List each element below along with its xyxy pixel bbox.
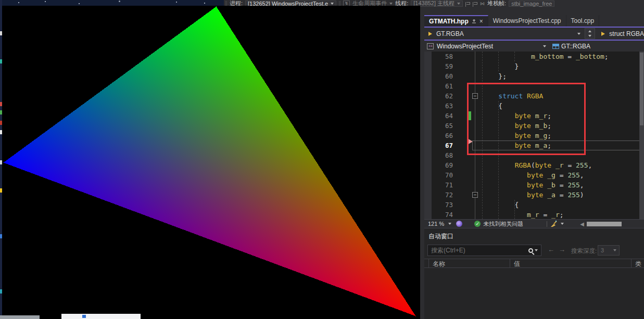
line-number: 69 (424, 160, 460, 170)
cpp-project-icon: ++ (427, 43, 434, 49)
search-depth-dropdown[interactable]: 3 (598, 245, 620, 256)
line-number: 60 (424, 71, 460, 81)
health-check-icon: ✓ (474, 221, 481, 227)
code-editor[interactable]: 58 m_bottom = _bottom;59 }60 };6162 stru… (424, 52, 644, 219)
editor-vertical-scrollbar[interactable] (639, 52, 644, 219)
threads-view-icon[interactable]: ⋈ (480, 1, 485, 6)
line-number: 64 (424, 111, 460, 121)
navigation-bar: GT.RGBA struct RGBA (424, 28, 644, 40)
code-line-58[interactable]: 58 m_bottom = _bottom; (424, 52, 644, 61)
editor-status-bar: 121 % ✓ 未找到相关问题 ◀ (424, 219, 644, 228)
vs-window-edge (420, 7, 424, 319)
code-text: }; (480, 71, 507, 81)
code-line-73[interactable]: 73 { (424, 200, 644, 210)
scope-dropdown-chevron-icon[interactable] (577, 33, 580, 35)
tab-label: GTMATH.hpp (429, 18, 469, 25)
search-depth-label: 搜索深度: (571, 247, 597, 255)
flag-outline-icon[interactable] (474, 2, 477, 5)
autos-title: 自动窗口 (428, 232, 453, 241)
code-cleanup-broom-icon[interactable] (550, 221, 558, 227)
code-text: } (480, 61, 519, 71)
render-window (2, 6, 420, 319)
code-text: RGBA(byte _r = 255, (480, 160, 592, 170)
zoom-level: 121 % (428, 221, 444, 227)
tab-windowsprojecttest-cpp[interactable]: WindowsProjectTest.cpp (488, 15, 566, 27)
history-forward-icon[interactable]: → (559, 246, 565, 253)
code-line-60[interactable]: 60 }; (424, 71, 644, 81)
search-input[interactable] (428, 247, 528, 254)
line-number: 63 (424, 101, 460, 111)
line-number: 58 (424, 52, 460, 61)
code-line-72[interactable]: 72 byte _a = 255) (424, 190, 644, 200)
autos-column-headers: 名称值类 (424, 259, 644, 268)
column-header-3[interactable]: 类 (631, 259, 644, 267)
nav-member-icon (601, 32, 605, 36)
editor-horizontal-scrollbar[interactable] (587, 222, 622, 226)
code-text: m_bottom = _bottom; (480, 52, 609, 61)
code-text: { (480, 200, 519, 210)
tab-label: WindowsProjectTest.cpp (493, 17, 561, 24)
collapse-toggle-icon[interactable]: − (472, 93, 478, 99)
annotation-red-box (467, 83, 586, 155)
autos-search-box[interactable] (427, 245, 541, 256)
line-number: 67 (424, 141, 460, 150)
code-text: byte _g = 255, (480, 170, 584, 180)
column-header-2[interactable]: 值 (510, 259, 631, 267)
stack-frame-dropdown[interactable]: stbi_image_free (509, 1, 554, 7)
code-line-69[interactable]: 69 RGBA(byte _r = 255, (424, 160, 644, 170)
autos-window: 自动窗口 ← → 搜索深度: 3 名称值类 (424, 228, 644, 319)
toolbar-grip-2[interactable] (339, 1, 340, 6)
project-bar: ++ WindowsProjectTest GT::RGBA (424, 41, 644, 52)
line-number: 72 (424, 190, 460, 200)
struct-icon (552, 44, 559, 49)
flag-icon[interactable] (466, 2, 470, 5)
taskbar-fragment-gray (0, 315, 40, 319)
health-status-text: 未找到相关问题 (483, 220, 523, 228)
stack-frame-label: 堆栈帧: (487, 0, 506, 7)
code-line-71[interactable]: 71 byte _b = 255, (424, 180, 644, 190)
toolbar-grip[interactable] (225, 1, 227, 6)
line-number: 71 (424, 180, 460, 190)
member-spinner[interactable] (585, 28, 595, 39)
taskbar-app-icon[interactable] (82, 315, 86, 318)
scope-dropdown[interactable]: GT.RGBA (436, 30, 464, 37)
code-text: byte _a = 255) (480, 190, 584, 200)
extension-status-icon[interactable] (456, 221, 462, 227)
nav-scope-icon (428, 32, 432, 36)
line-number: 66 (424, 131, 460, 141)
tab-tool-cpp[interactable]: Tool.cpp (566, 15, 600, 27)
line-number: 59 (424, 61, 460, 71)
project-dropdown-chevron-icon[interactable] (543, 45, 546, 47)
line-number: 73 (424, 200, 460, 210)
code-line-70[interactable]: 70 byte _g = 255, (424, 170, 644, 180)
search-options-chevron-icon[interactable] (535, 249, 538, 251)
hscroll-left-arrow-icon[interactable]: ◀ (580, 221, 584, 227)
code-cleanup-chevron-icon[interactable] (561, 223, 564, 225)
close-icon[interactable]: × (479, 18, 483, 25)
pin-icon[interactable] (472, 19, 476, 24)
line-number: 68 (424, 150, 460, 160)
document-tabstrip: GTMATH.hpp×WindowsProjectTest.cppTool.cp… (424, 15, 644, 27)
line-number: 62 (424, 91, 460, 101)
taskbar-fragment-white (61, 314, 141, 319)
tab-label: Tool.cpp (571, 17, 595, 24)
code-text: m_r = _r; (480, 210, 564, 219)
code-line-59[interactable]: 59 } (424, 61, 644, 71)
project-dropdown[interactable]: WindowsProjectTest (437, 43, 493, 50)
collapse-toggle-icon[interactable]: − (472, 192, 478, 198)
zoom-dropdown[interactable]: 121 % (426, 220, 453, 228)
history-back-icon[interactable]: ← (548, 246, 554, 253)
line-number: 74 (424, 210, 460, 219)
tab-gtmath-hpp[interactable]: GTMATH.hpp× (424, 15, 488, 27)
line-number: 70 (424, 170, 460, 180)
code-line-74[interactable]: 74 m_r = _r; (424, 210, 644, 219)
search-icon[interactable] (528, 248, 533, 253)
line-number: 61 (424, 81, 460, 91)
rgb-gradient-triangle (2, 6, 420, 319)
member-dropdown[interactable]: struct RGBA (609, 30, 644, 37)
code-text: byte _b = 255, (480, 180, 584, 190)
symbol-breadcrumb: GT::RGBA (561, 43, 590, 50)
column-header-1[interactable]: 名称 (428, 259, 510, 267)
line-number: 65 (424, 121, 460, 131)
